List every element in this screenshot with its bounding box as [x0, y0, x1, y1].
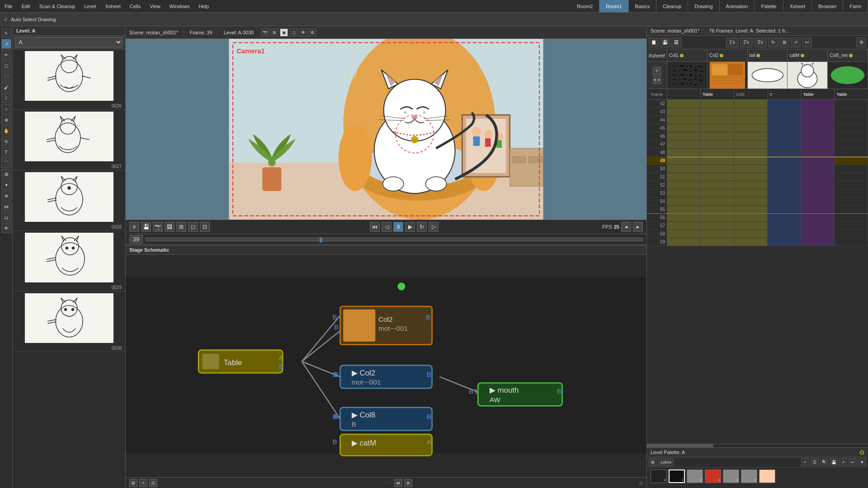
grid-icon[interactable]: ⊞ — [270, 28, 278, 37]
import-icon[interactable]: ↩ — [802, 38, 812, 47]
cell-56-6[interactable] — [835, 214, 868, 221]
cell-51-5[interactable] — [801, 173, 835, 181]
cell-49-6[interactable] — [835, 157, 868, 164]
col-header-tail[interactable]: tail — [748, 49, 788, 61]
cell-54-1[interactable] — [667, 197, 701, 205]
cell-42-3[interactable] — [734, 100, 768, 108]
fullscreen-on[interactable]: ⊡ — [200, 222, 210, 232]
swatch-6[interactable]: 6 — [759, 469, 775, 483]
cell-53-3[interactable] — [734, 189, 768, 197]
timing-2s[interactable]: 2's — [740, 38, 753, 47]
cell-51-4[interactable] — [768, 173, 801, 181]
cell-48-1[interactable] — [667, 149, 701, 156]
cell-52-2[interactable] — [701, 181, 734, 189]
xsheet-btn-label[interactable]: Xsheet! — [647, 49, 667, 61]
tool-line[interactable]: / — [1, 93, 11, 103]
cell-50-2[interactable] — [701, 165, 734, 173]
swatch-4[interactable]: 4 — [723, 469, 739, 483]
fps-inc[interactable]: ▸ — [633, 222, 643, 232]
menu-windows[interactable]: Windows — [165, 2, 194, 11]
cell-48-6[interactable] — [835, 149, 868, 156]
cell-49-1[interactable] — [667, 157, 701, 164]
cell-55-3[interactable] — [734, 206, 768, 213]
cell-57-4[interactable] — [768, 222, 801, 230]
cell-49-4[interactable] — [768, 157, 801, 164]
cell-49-2[interactable] — [701, 157, 734, 164]
cell-46-2[interactable] — [701, 132, 734, 140]
menu-scan-cleanup[interactable]: Scan & Cleanup — [35, 2, 80, 11]
cell-52-4[interactable] — [768, 181, 801, 189]
cell-49-5[interactable] — [801, 157, 835, 164]
cell-53-5[interactable] — [801, 189, 835, 197]
cell-42-1[interactable] — [667, 100, 701, 108]
menu-cells[interactable]: Cells — [125, 2, 145, 11]
cam-icon[interactable]: 📷 — [153, 222, 163, 232]
cell-44-6[interactable] — [835, 116, 868, 124]
xsheet-save[interactable]: 💾 — [660, 38, 670, 47]
pause-btn[interactable]: ⏸ — [393, 222, 403, 232]
cell-43-3[interactable] — [734, 108, 768, 116]
step-fwd[interactable]: ▷ — [429, 222, 439, 232]
menu-edit[interactable]: Edit — [17, 2, 35, 11]
tool-text[interactable]: T — [1, 147, 11, 157]
cell-50-1[interactable] — [667, 165, 701, 173]
cell-47-4[interactable] — [768, 141, 801, 148]
cell-51-6[interactable] — [835, 173, 868, 181]
cell-46-6[interactable] — [835, 132, 868, 140]
skip-start[interactable]: ⏮ — [370, 222, 380, 232]
swatch-1[interactable]: 1 — [669, 469, 685, 483]
cell-53-2[interactable] — [701, 189, 734, 197]
cell-45-6[interactable] — [835, 124, 868, 132]
cell-49-3[interactable] — [734, 157, 768, 164]
col-header-col2[interactable]: Col2 — [708, 49, 748, 61]
tool-eraser[interactable]: ◻ — [1, 61, 11, 70]
palette-power[interactable]: ⏻ — [859, 450, 864, 455]
swatch-3[interactable]: 3 — [705, 469, 721, 483]
frame-number-input[interactable] — [129, 235, 143, 244]
xsheet-render[interactable]: 🖼 — [671, 38, 681, 47]
cell-47-6[interactable] — [835, 141, 868, 148]
cell-42-6[interactable] — [835, 100, 868, 108]
tool-arrow[interactable]: ↖ — [1, 28, 11, 38]
cell-47-5[interactable] — [801, 141, 835, 148]
cell-46-1[interactable] — [667, 132, 701, 140]
cell-45-3[interactable] — [734, 124, 768, 132]
menu-level[interactable]: Level — [80, 2, 100, 11]
cell-46-3[interactable] — [734, 132, 768, 140]
cell-45-1[interactable] — [667, 124, 701, 132]
cell-47-3[interactable] — [734, 141, 768, 148]
cell-59-5[interactable] — [801, 238, 835, 246]
cell-44-1[interactable] — [667, 116, 701, 124]
col-header-col1[interactable]: Col1 — [667, 49, 708, 61]
frame-thumb-28[interactable]: 0028 — [13, 170, 125, 231]
cell-42-4[interactable] — [768, 100, 801, 108]
save-icon[interactable]: 💾 — [141, 222, 151, 232]
mono-icon[interactable]: ◻ — [289, 28, 297, 37]
snapshot-icon[interactable]: 🖼 — [165, 222, 175, 232]
cell-48-3[interactable] — [734, 149, 768, 156]
cell-55-2[interactable] — [701, 206, 734, 213]
room-tab-room2[interactable]: Room2 — [571, 0, 599, 12]
cell-44-2[interactable] — [701, 116, 734, 124]
cell-43-6[interactable] — [835, 108, 868, 116]
step-back[interactable]: ◁ — [382, 222, 392, 232]
cell-59-1[interactable] — [667, 238, 701, 246]
cell-57-2[interactable] — [701, 222, 734, 230]
tool-zoom[interactable]: ⊕ — [1, 115, 11, 125]
cell-53-1[interactable] — [667, 189, 701, 197]
cell-43-5[interactable] — [801, 108, 835, 116]
cell-59-4[interactable] — [768, 238, 801, 246]
scrubber-track[interactable] — [146, 238, 643, 241]
cell-48-5[interactable] — [801, 149, 835, 156]
cell-43-4[interactable] — [768, 108, 801, 116]
cell-54-2[interactable] — [701, 197, 734, 205]
cell-54-6[interactable] — [835, 197, 868, 205]
tool-select[interactable]: ↗ — [1, 39, 11, 49]
menu-file[interactable]: File — [0, 2, 17, 11]
tool-shape[interactable]: ○ — [1, 104, 11, 114]
cell-54-4[interactable] — [768, 197, 801, 205]
frame-thumb-26[interactable]: 0026 — [13, 49, 125, 110]
timing-1s[interactable]: 1's — [726, 38, 739, 47]
swap-icon[interactable]: ⇄ — [394, 479, 402, 487]
cell-44-3[interactable] — [734, 116, 768, 124]
